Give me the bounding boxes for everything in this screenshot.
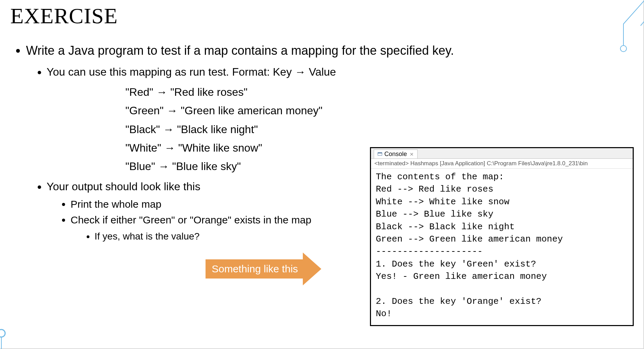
bullet-sub1-text: You can use this mapping as run test. Fo… [47,66,336,78]
console-tab[interactable]: Console ✕ [374,150,418,158]
console-icon [377,152,382,157]
slide: EXERCISE Write a Java program to test if… [0,0,644,349]
bullet-main-text: Write a Java program to test if a map co… [26,43,454,57]
mapping-line: "Green" → "Green like american money" [125,101,634,120]
callout-label: Something like this [206,259,303,279]
bullet-sub2-text: Your output should look like this [47,180,200,193]
console-tab-label: Console [384,151,407,158]
callout-arrowhead-icon [303,253,321,285]
svg-point-1 [0,329,5,337]
slide-title: EXERCISE [10,3,634,29]
console-tabbar: Console ✕ [371,148,633,159]
svg-rect-3 [378,152,382,153]
close-icon[interactable]: ✕ [410,152,414,157]
mapping-line: "Red" → "Red like roses" [125,83,634,101]
bullet-sub2b-sub-text: If yes, what is the value? [95,231,200,242]
bullet-sub2a-text: Print the whole map [71,198,161,210]
decorative-lines-bottom-left [0,328,17,349]
callout-arrow: Something like this [206,253,321,285]
mapping-line: "Black" → "Black like night" [125,120,634,139]
bullet-sub2b-text: Check if either "Green" or "Orange" exis… [71,214,311,225]
console-panel: Console ✕ <terminated> Hashmaps [Java Ap… [370,147,634,326]
console-terminated-line: <terminated> Hashmaps [Java Application]… [371,159,633,169]
console-output: The contents of the map: Red --> Red lik… [371,169,633,325]
